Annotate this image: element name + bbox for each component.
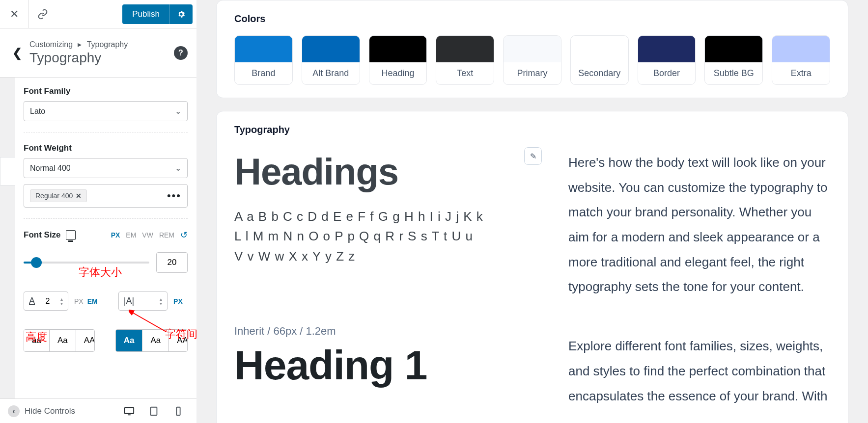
help-button[interactable]: ? (174, 46, 188, 60)
reset-icon[interactable]: ↺ (180, 230, 188, 240)
headings-sample: Headings (234, 150, 539, 193)
font-size-slider[interactable] (24, 262, 149, 264)
color-swatch[interactable]: Primary (503, 35, 561, 85)
svg-rect-4 (176, 407, 180, 415)
swatch-label: Heading (369, 62, 427, 84)
case-lower[interactable]: aa (24, 330, 50, 351)
font-weight-variants[interactable]: Regular 400 ✕ ••• (24, 184, 188, 208)
swatch-color (638, 36, 696, 62)
link-icon[interactable] (28, 0, 57, 28)
typography-card: Typography ✎ Headings A a B b C c D d E … (216, 111, 848, 423)
swatch-color (436, 36, 494, 62)
publish-group: Publish (122, 4, 193, 24)
close-button[interactable]: ✕ (0, 0, 28, 28)
colors-card: Colors BrandAlt BrandHeadingTextPrimaryS… (216, 0, 848, 98)
color-swatch[interactable]: Alt Brand (302, 35, 360, 85)
case-capitalize[interactable]: Aa (50, 330, 76, 351)
collapse-icon: ‹ (8, 405, 20, 417)
device-tablet-toggle[interactable] (148, 406, 159, 417)
swatch-label: Border (638, 62, 696, 84)
swatch-label: Alt Brand (302, 62, 360, 84)
font-size-units: PX EM VW REM ↺ (111, 230, 188, 240)
color-swatch[interactable]: Brand (234, 35, 293, 85)
unit-px[interactable]: PX (111, 231, 120, 239)
desktop-device-icon[interactable] (66, 230, 76, 240)
swatch-label: Primary (504, 62, 561, 84)
unit-px[interactable]: PX (173, 297, 183, 305)
stepper-icon[interactable]: ▴▾ (60, 297, 63, 306)
color-swatch[interactable]: Extra (772, 35, 830, 85)
preview-area: Colors BrandAlt BrandHeadingTextPrimaryS… (196, 0, 868, 423)
font-family-select[interactable]: Lato ⌄ (24, 101, 188, 121)
swatch-color (302, 36, 360, 62)
more-options-icon[interactable]: ••• (167, 189, 181, 202)
weight-tag: Regular 400 ✕ (30, 189, 87, 202)
font-weight-label: Font Weight (24, 143, 188, 153)
device-mobile-toggle[interactable] (173, 406, 184, 417)
publish-button[interactable]: Publish (122, 4, 169, 24)
chevron-down-icon: ⌄ (175, 163, 181, 173)
stepper-icon[interactable]: ▴▾ (160, 297, 162, 306)
color-swatch[interactable]: Border (638, 35, 696, 85)
remove-tag-icon[interactable]: ✕ (76, 192, 82, 200)
color-swatch[interactable]: Secondary (570, 35, 629, 85)
typography-controls: Font Family Lato ⌄ Font Weight Normal 40… (15, 78, 196, 398)
typography-title: Typography (234, 124, 830, 135)
swatch-label: Brand (235, 62, 292, 84)
swatch-label: Text (436, 62, 494, 84)
publish-settings-button[interactable] (169, 4, 193, 24)
breadcrumb-title: Typography (29, 50, 174, 66)
breadcrumb-path: Customizing ▸ Typography (29, 40, 174, 49)
font-weight-select[interactable]: Normal 400 ⌄ (24, 158, 188, 178)
typography-preview-right: Here's how the body text will look like … (568, 150, 830, 423)
letter-spacing-units: PX (173, 297, 183, 305)
breadcrumb-panel: ❮ Customizing ▸ Typography Typography ? (0, 28, 196, 78)
swatch-color (571, 36, 628, 62)
text-transform-group: aa Aa AA (24, 329, 95, 352)
text-decoration-group: Aa Aa AA (115, 329, 188, 352)
hide-controls-button[interactable]: ‹ Hide Controls (0, 405, 83, 417)
slider-thumb[interactable] (31, 257, 42, 268)
customizer-bottombar: ‹ Hide Controls (0, 398, 196, 423)
device-desktop-toggle[interactable] (124, 406, 135, 417)
font-size-input[interactable] (156, 252, 188, 273)
svg-rect-1 (125, 407, 134, 413)
swatch-color (504, 36, 561, 62)
unit-rem[interactable]: REM (159, 231, 174, 239)
unit-px[interactable]: PX (74, 297, 84, 305)
deco-underline[interactable]: Aa (142, 330, 169, 351)
swatch-label: Secondary (571, 62, 628, 84)
alphabet-line-3: V v W w X x Y y Z z (234, 246, 539, 266)
inherit-info: Inherit / 66px / 1.2em (234, 325, 539, 338)
swatch-color (772, 36, 830, 62)
swatch-color (705, 36, 762, 62)
svg-rect-3 (151, 407, 157, 415)
back-button[interactable]: ❮ (0, 46, 29, 60)
edit-pencil-icon[interactable]: ✎ (524, 147, 542, 165)
heading1-sample: Heading 1 (234, 342, 539, 389)
swatch-color (369, 36, 427, 62)
colors-title: Colors (234, 13, 830, 25)
color-swatch[interactable]: Heading (369, 35, 427, 85)
unit-vw[interactable]: VW (142, 231, 153, 239)
color-swatch[interactable]: Text (436, 35, 494, 85)
alphabet-line-2: L l M m N n O o P p Q q R r S s T t U u (234, 226, 539, 246)
swatch-color (235, 36, 292, 62)
deco-strike[interactable]: AA (169, 330, 188, 351)
case-upper[interactable]: AA (76, 330, 95, 351)
chevron-down-icon: ⌄ (175, 106, 181, 116)
body-paragraph-2: Explore different font families, sizes, … (568, 334, 830, 408)
unit-em[interactable]: EM (126, 231, 136, 239)
color-swatch[interactable]: Subtle BG (704, 35, 763, 85)
letter-spacing-icon: |A| (124, 296, 134, 306)
unit-em[interactable]: EM (87, 297, 98, 305)
line-height-input[interactable]: A ▴▾ (24, 291, 68, 311)
swatch-row: BrandAlt BrandHeadingTextPrimarySecondar… (234, 35, 830, 85)
svg-rect-2 (128, 414, 131, 415)
deco-none[interactable]: Aa (116, 330, 143, 351)
letter-spacing-input[interactable]: |A| ▴▾ (118, 291, 168, 311)
font-family-label: Font Family (24, 86, 188, 96)
body-paragraph-1: Here's how the body text will look like … (568, 150, 830, 299)
customizer-topbar: ✕ Publish (0, 0, 196, 28)
line-height-icon: A (29, 296, 35, 306)
